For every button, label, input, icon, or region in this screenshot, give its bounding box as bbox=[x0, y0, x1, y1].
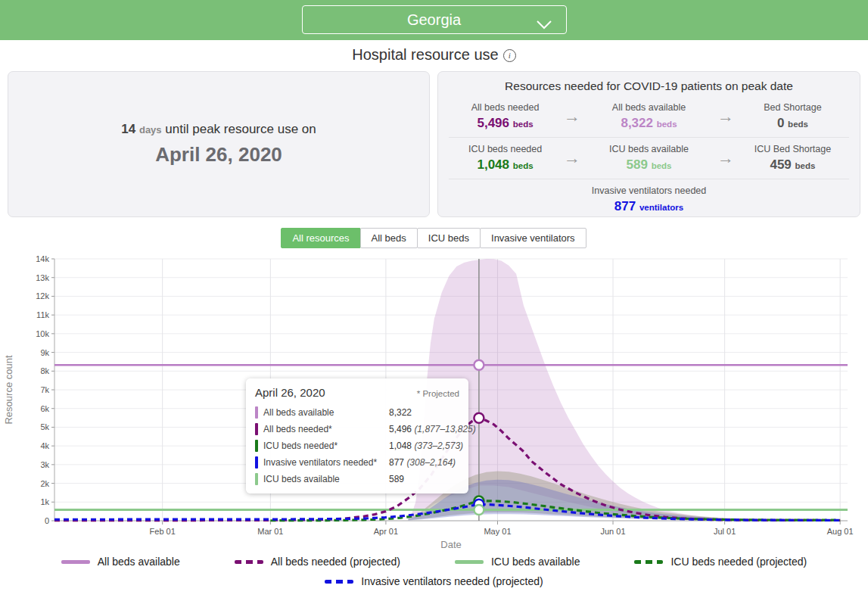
arrow-icon: → bbox=[558, 148, 586, 168]
peak-date-panel: 14 days until peak resource use on April… bbox=[8, 71, 430, 217]
stat-all-beds-needed: All beds needed 5,496 beds bbox=[452, 102, 558, 131]
svg-text:Jul 01: Jul 01 bbox=[714, 527, 736, 536]
legend-icu-beds-available: ICU beds available bbox=[455, 556, 580, 568]
stat-ventilators-needed: Invasive ventilators needed 877 ventilat… bbox=[449, 179, 849, 217]
chart-area: 01k2k3k4k5k6k7k8k9k10k11k12k13k14kFeb 01… bbox=[0, 251, 868, 554]
chevron-down-icon bbox=[536, 16, 552, 33]
legend-ventilators-needed: Invasive ventilators needed (projected) bbox=[325, 575, 543, 587]
chart-legend: All beds available All beds needed (proj… bbox=[0, 556, 868, 587]
tooltip-row: All beds available 8,322 bbox=[255, 404, 459, 421]
svg-text:12k: 12k bbox=[36, 291, 49, 300]
series-color-bar bbox=[255, 473, 258, 485]
dashed-line-swatch bbox=[634, 560, 663, 564]
days-until-peak-unit: days bbox=[139, 124, 162, 135]
svg-text:0: 0 bbox=[45, 516, 49, 525]
dashed-line-swatch bbox=[235, 560, 263, 564]
svg-text:Feb 01: Feb 01 bbox=[150, 527, 176, 536]
svg-text:11k: 11k bbox=[36, 310, 49, 319]
svg-text:Mar 01: Mar 01 bbox=[257, 527, 283, 536]
x-axis-label: Date bbox=[440, 539, 461, 550]
series-color-bar bbox=[255, 406, 258, 419]
resources-panel-title: Resources needed for COVID-19 patients o… bbox=[449, 78, 849, 96]
svg-text:Apr 01: Apr 01 bbox=[374, 527, 398, 536]
svg-text:10k: 10k bbox=[36, 329, 49, 338]
arrow-icon: → bbox=[558, 107, 586, 126]
days-until-peak-text: until peak resource use on bbox=[165, 122, 316, 136]
peak-marker bbox=[474, 413, 484, 423]
dashed-line-swatch bbox=[325, 580, 353, 584]
tooltip-row: Invasive ventilators needed* 877 (308–2,… bbox=[255, 454, 459, 471]
tooltip-row: ICU beds available 589 bbox=[255, 471, 459, 487]
region-selector[interactable]: Georgia bbox=[302, 5, 567, 34]
svg-text:8k: 8k bbox=[40, 366, 49, 375]
info-icon[interactable]: i bbox=[503, 49, 516, 62]
peak-marker bbox=[474, 360, 484, 370]
peak-date: April 26, 2020 bbox=[155, 143, 282, 167]
tab-all-beds[interactable]: All beds bbox=[360, 228, 418, 248]
svg-text:4k: 4k bbox=[40, 441, 49, 450]
legend-all-beds-available: All beds available bbox=[61, 556, 180, 568]
y-axis-label: Resource count bbox=[3, 355, 14, 424]
resources-panel: Resources needed for COVID-19 patients o… bbox=[437, 71, 860, 217]
arrow-icon: → bbox=[712, 148, 739, 168]
svg-text:14k: 14k bbox=[36, 254, 49, 263]
tooltip-date: April 26, 2020 bbox=[255, 386, 325, 399]
series-color-bar bbox=[255, 456, 258, 469]
svg-text:2k: 2k bbox=[40, 479, 49, 488]
top-bar: Georgia bbox=[0, 0, 868, 40]
peak-marker bbox=[474, 505, 484, 515]
solid-line-swatch bbox=[61, 560, 90, 564]
svg-text:1k: 1k bbox=[40, 497, 49, 506]
page-title: Hospital resource use bbox=[352, 46, 498, 63]
arrow-icon: → bbox=[712, 107, 739, 126]
svg-text:5k: 5k bbox=[40, 422, 49, 431]
series-color-bar bbox=[255, 440, 258, 452]
tab-icu-beds[interactable]: ICU beds bbox=[417, 228, 481, 248]
svg-text:7k: 7k bbox=[40, 385, 49, 394]
tooltip-row: All beds needed* 5,496 (1,877–13,825) bbox=[255, 421, 459, 437]
stat-icu-beds-needed: ICU beds needed 1,048 beds bbox=[452, 144, 558, 173]
chart-tooltip: April 26, 2020 * Projected All beds avai… bbox=[246, 378, 468, 493]
svg-text:9k: 9k bbox=[40, 348, 49, 357]
tooltip-row: ICU beds needed* 1,048 (373–2,573) bbox=[255, 437, 459, 454]
svg-text:Jun 01: Jun 01 bbox=[601, 527, 626, 536]
stat-icu-bed-shortage: ICU Bed Shortage 459 beds bbox=[739, 144, 846, 173]
stat-icu-beds-available: ICU beds available 589 beds bbox=[586, 144, 712, 173]
region-selector-value: Georgia bbox=[407, 11, 461, 29]
svg-text:3k: 3k bbox=[40, 460, 49, 469]
stat-all-beds-available: All beds available 8,322 beds bbox=[586, 102, 712, 131]
svg-text:Aug 01: Aug 01 bbox=[827, 527, 854, 536]
svg-text:13k: 13k bbox=[36, 273, 49, 282]
stat-bed-shortage: Bed Shortage 0 beds bbox=[739, 102, 846, 131]
all-beds-row: All beds needed 5,496 beds → All beds av… bbox=[449, 96, 849, 137]
svg-text:May 01: May 01 bbox=[484, 527, 511, 536]
icu-beds-row: ICU beds needed 1,048 beds → ICU beds av… bbox=[449, 137, 849, 179]
tooltip-projected-note: * Projected bbox=[417, 389, 459, 398]
legend-all-beds-needed: All beds needed (projected) bbox=[235, 556, 400, 568]
legend-icu-beds-needed: ICU beds needed (projected) bbox=[634, 556, 807, 568]
resource-tabs: All resources All beds ICU beds Invasive… bbox=[0, 228, 868, 248]
days-until-peak-value: 14 bbox=[121, 122, 135, 136]
svg-text:6k: 6k bbox=[40, 404, 49, 413]
tab-all-resources[interactable]: All resources bbox=[281, 228, 360, 248]
series-color-bar bbox=[255, 423, 258, 435]
tab-invasive-ventilators[interactable]: Invasive ventilators bbox=[480, 228, 586, 248]
solid-line-swatch bbox=[455, 560, 484, 564]
